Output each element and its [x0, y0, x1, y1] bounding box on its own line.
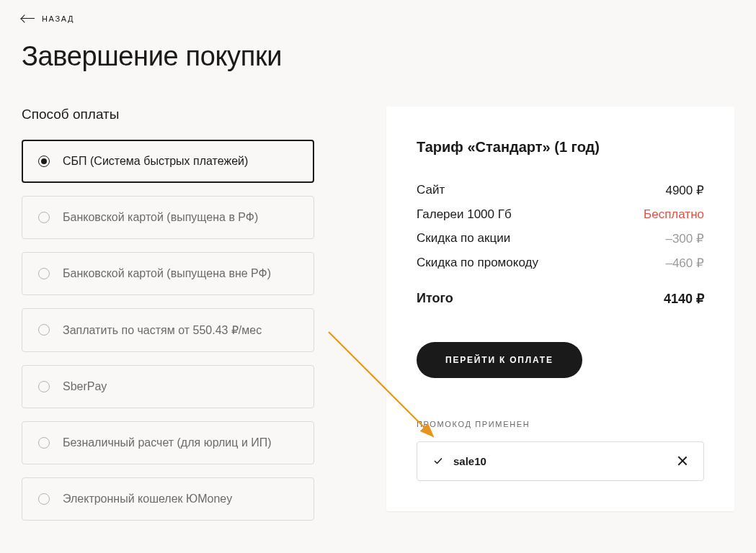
tariff-title: Тариф «Стандарт» (1 год) — [417, 139, 704, 156]
total-label: Итого — [417, 291, 453, 307]
payment-option-label: Электронный кошелек ЮMoney — [63, 493, 232, 505]
payment-option[interactable]: Электронный кошелек ЮMoney — [22, 477, 314, 521]
promo-input[interactable]: sale10 — [417, 441, 704, 481]
radio-icon — [38, 212, 50, 223]
price-row-label: Скидка по промокоду — [417, 256, 538, 271]
price-row: Сайт4900 ₽ — [417, 183, 704, 198]
page-title: Завершение покупки — [22, 41, 734, 72]
arrow-left-icon — [22, 18, 35, 19]
payment-option[interactable]: Банковской картой (выпущена вне РФ) — [22, 252, 314, 295]
payment-option-label: Банковской картой (выпущена вне РФ) — [63, 267, 271, 280]
radio-icon — [38, 324, 50, 336]
price-row-label: Галереи 1000 Гб — [417, 207, 512, 222]
radio-icon — [38, 268, 50, 279]
pay-button[interactable]: ПЕРЕЙТИ К ОПЛАТЕ — [417, 342, 582, 378]
payment-section-title: Способ оплаты — [22, 107, 314, 122]
price-row: Галереи 1000 ГбБесплатно — [417, 207, 704, 222]
price-row-label: Скидка по акции — [417, 231, 510, 246]
price-row-value: 4900 ₽ — [665, 183, 704, 198]
payment-option[interactable]: SberPay — [22, 365, 314, 408]
payment-option-label: Заплатить по частям от 550.43 ₽/мес — [63, 323, 262, 337]
price-row-value: –460 ₽ — [665, 256, 704, 271]
check-icon — [433, 456, 443, 466]
payment-option-label: Безналичный расчет (для юрлиц и ИП) — [63, 436, 272, 449]
payment-option[interactable]: Банковской картой (выпущена в РФ) — [22, 196, 314, 239]
payment-option[interactable]: Заплатить по частям от 550.43 ₽/мес — [22, 308, 314, 352]
price-row-label: Сайт — [417, 183, 445, 198]
order-summary-card: Тариф «Стандарт» (1 год) Сайт4900 ₽Галер… — [386, 107, 734, 511]
radio-icon — [38, 437, 50, 449]
price-row: Скидка по промокоду–460 ₽ — [417, 256, 704, 271]
payment-option-label: SberPay — [63, 380, 107, 393]
back-link[interactable]: НАЗАД — [22, 14, 74, 23]
payment-option-label: СБП (Система быстрых платежей) — [63, 155, 248, 168]
radio-icon — [38, 493, 50, 505]
radio-icon — [38, 156, 50, 167]
back-label: НАЗАД — [42, 14, 74, 23]
price-row: Скидка по акции–300 ₽ — [417, 231, 704, 246]
payment-option-label: Банковской картой (выпущена в РФ) — [63, 211, 258, 224]
promo-applied-label: ПРОМОКОД ПРИМЕНЕН — [417, 420, 704, 428]
payment-option[interactable]: Безналичный расчет (для юрлиц и ИП) — [22, 421, 314, 464]
payment-option[interactable]: СБП (Система быстрых платежей) — [22, 140, 314, 183]
radio-icon — [38, 381, 50, 392]
price-row-value: –300 ₽ — [665, 231, 704, 246]
promo-code-value: sale10 — [453, 455, 667, 467]
price-row-value: Бесплатно — [644, 207, 704, 222]
close-icon[interactable] — [677, 456, 688, 466]
total-value: 4140 ₽ — [664, 291, 704, 307]
